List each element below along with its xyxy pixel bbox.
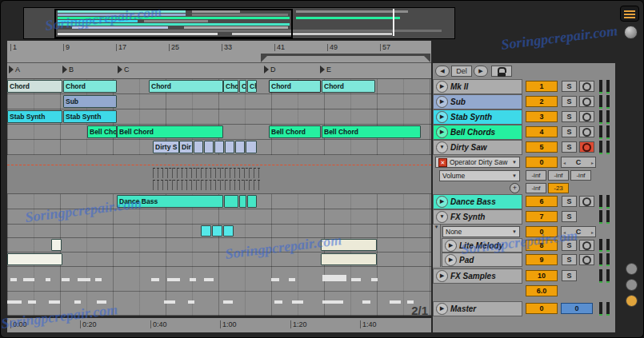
track-activator[interactable]: 5 <box>526 141 558 153</box>
arm-button[interactable] <box>579 96 594 107</box>
clip-lane-bell-chords[interactable]: Bell Chord Bell Chord Bell Chord Bell Ch… <box>7 125 431 140</box>
automation-lane-dirty-saw[interactable] <box>7 155 431 194</box>
fold-triangle-icon[interactable]: ▶ <box>445 254 457 266</box>
overview-view-frame[interactable] <box>54 9 293 38</box>
clip[interactable] <box>7 253 62 265</box>
gain-box[interactable]: 0 <box>526 157 558 168</box>
clip[interactable] <box>247 195 257 208</box>
clip[interactable] <box>235 141 245 153</box>
send-value-box[interactable]: -inf <box>526 170 546 181</box>
clip[interactable]: Chord <box>149 80 223 93</box>
track-header-fx-samples[interactable]: ▶ FX Samples <box>433 268 522 284</box>
clip[interactable]: Chord <box>63 80 117 93</box>
automation-lane-fx-synth[interactable] <box>7 225 431 238</box>
send-value-box[interactable]: -inf <box>526 183 546 193</box>
automation-breakpoint-line[interactable] <box>7 165 431 165</box>
solo-button[interactable]: S <box>562 196 577 207</box>
clip[interactable]: Chord <box>322 80 375 93</box>
clip[interactable] <box>321 253 377 265</box>
locator-a[interactable]: A <box>9 66 20 74</box>
prev-locator-button[interactable]: ◀ <box>435 66 450 77</box>
crossfade-assign-button[interactable]: ◂ C ▸ <box>561 226 596 237</box>
solo-button[interactable]: S <box>562 126 577 137</box>
track-activator[interactable]: 6 <box>526 196 558 207</box>
clip[interactable]: Bell Chord <box>87 125 117 138</box>
automation-param-chooser[interactable]: Volume ▼ <box>439 170 520 181</box>
clip-lane-sub[interactable]: Sub <box>7 94 431 109</box>
track-activator[interactable]: 7 <box>526 211 558 222</box>
clip-lane-fx-samples[interactable] <box>7 267 431 316</box>
solo-button[interactable]: S <box>562 111 577 122</box>
clip[interactable] <box>246 141 257 153</box>
solo-button[interactable]: S <box>562 81 577 92</box>
track-header-stab-synth[interactable]: ▶ Stab Synth <box>433 109 522 125</box>
fold-triangle-icon[interactable]: ▼ <box>436 211 448 223</box>
clip[interactable]: Chord <box>223 80 238 93</box>
delete-locator-button[interactable]: Del <box>451 66 472 77</box>
locator-d[interactable]: D <box>264 66 276 74</box>
clip[interactable] <box>51 239 62 251</box>
clip-lane-pad[interactable] <box>7 253 431 267</box>
menu-icon[interactable] <box>620 6 639 22</box>
clip[interactable]: Chord <box>269 80 321 93</box>
track-header-mk-ii[interactable]: ▶ Mk II <box>433 79 522 94</box>
clip[interactable]: Chord <box>7 80 62 93</box>
track-header-fx-synth[interactable]: ▼ FX Synth <box>433 209 522 225</box>
clip-lane-dirty-saw[interactable]: Dirty S Dir <box>7 140 431 155</box>
arm-button[interactable] <box>579 81 594 92</box>
fold-triangle-icon[interactable]: ▶ <box>436 303 448 315</box>
clip[interactable]: Dance Bass <box>117 195 223 208</box>
clip[interactable]: Bell Chord <box>269 125 321 138</box>
arm-button[interactable] <box>579 196 594 207</box>
arm-button[interactable] <box>579 240 594 251</box>
clip[interactable] <box>321 239 377 251</box>
clip[interactable]: Sub <box>63 95 117 108</box>
track-activator[interactable]: 4 <box>526 126 558 137</box>
track-activator[interactable]: 3 <box>526 111 558 122</box>
track-header-sub[interactable]: ▶ Sub <box>433 94 522 109</box>
fold-triangle-icon[interactable]: ▶ <box>436 196 448 208</box>
clip[interactable]: Bell Chord <box>322 125 421 138</box>
arrangement-overview[interactable] <box>23 7 455 39</box>
device-chooser-dirty-saw[interactable]: ✕ Operator Dirty Saw ▼ <box>435 157 520 168</box>
track-activator[interactable]: 10 <box>526 270 558 281</box>
clip[interactable]: Stab Synth <box>63 110 117 123</box>
master-pan-box[interactable]: 0 <box>561 303 593 314</box>
send-value-box[interactable]: -inf <box>570 170 591 181</box>
track-header-bell-chords[interactable]: ▶ Bell Chords <box>433 125 522 140</box>
locator-row[interactable]: A B C D E <box>7 63 431 79</box>
solo-button[interactable]: S <box>562 270 577 281</box>
add-automation-lane-button[interactable]: + <box>510 183 520 193</box>
track-activator[interactable]: 8 <box>526 240 558 251</box>
clip[interactable] <box>194 141 203 153</box>
track-activator[interactable]: 9 <box>526 254 558 265</box>
arm-button[interactable] <box>579 111 594 122</box>
gain-box[interactable]: 0 <box>526 226 558 237</box>
arm-button[interactable] <box>579 126 594 137</box>
clip-lane-fx-synth[interactable] <box>7 209 431 225</box>
fold-triangle-icon[interactable]: ▶ <box>436 126 448 138</box>
track-header-pad[interactable]: ▶ Pad <box>442 253 522 267</box>
solo-button[interactable]: S <box>562 254 577 265</box>
locator-e[interactable]: E <box>320 66 331 74</box>
rail-button-2[interactable] <box>626 279 638 291</box>
clip[interactable]: Dir <box>179 141 193 153</box>
arm-button[interactable] <box>579 254 594 265</box>
track-header-dirty-saw[interactable]: ▼ Dirty Saw <box>433 140 522 155</box>
rail-button-3[interactable] <box>626 295 638 307</box>
beat-time-ruler[interactable]: 1 9 17 25 33 41 49 57 <box>7 41 431 63</box>
clip[interactable] <box>204 141 214 153</box>
clip[interactable]: Dirty S <box>153 141 179 153</box>
fold-triangle-icon[interactable]: ▶ <box>445 240 457 252</box>
fold-triangle-icon[interactable]: ▶ <box>436 81 448 93</box>
fold-triangle-icon[interactable]: ▶ <box>436 270 448 282</box>
track-header-dance-bass[interactable]: ▶ Dance Bass <box>433 194 522 209</box>
clip[interactable]: Chord <box>239 80 246 93</box>
clip-lane-dance-bass[interactable]: Dance Bass <box>7 194 431 209</box>
clip[interactable] <box>239 195 246 208</box>
solo-button[interactable]: S <box>562 211 577 222</box>
gain-box[interactable]: 6.0 <box>526 285 558 296</box>
clip[interactable]: Bell Chord <box>117 125 223 138</box>
locator-b[interactable]: B <box>62 66 74 74</box>
next-locator-button[interactable]: ▶ <box>474 66 488 77</box>
